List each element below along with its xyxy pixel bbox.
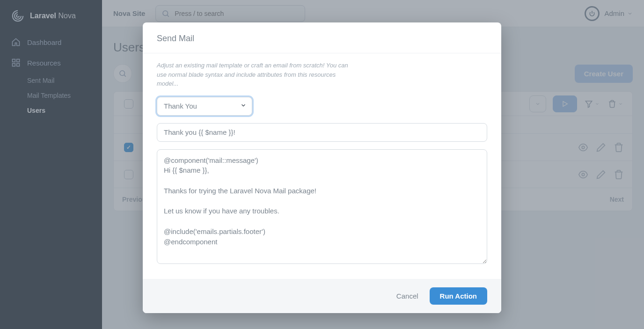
template-select-wrap: Thank You [157,97,252,116]
run-action-button[interactable]: Run Action [430,287,487,305]
modal-help-text: Adjust an existing mail template or craf… [157,61,353,88]
template-select[interactable]: Thank You [157,97,252,116]
modal-title: Send Mail [157,34,487,44]
send-mail-modal: Send Mail Adjust an existing mail templa… [143,22,501,313]
subject-input[interactable] [157,123,487,142]
body-textarea[interactable] [157,149,487,264]
modal-footer: Cancel Run Action [143,279,501,313]
modal-body: Adjust an existing mail template or craf… [143,53,501,279]
modal-header: Send Mail [143,22,501,53]
cancel-button[interactable]: Cancel [396,292,418,300]
